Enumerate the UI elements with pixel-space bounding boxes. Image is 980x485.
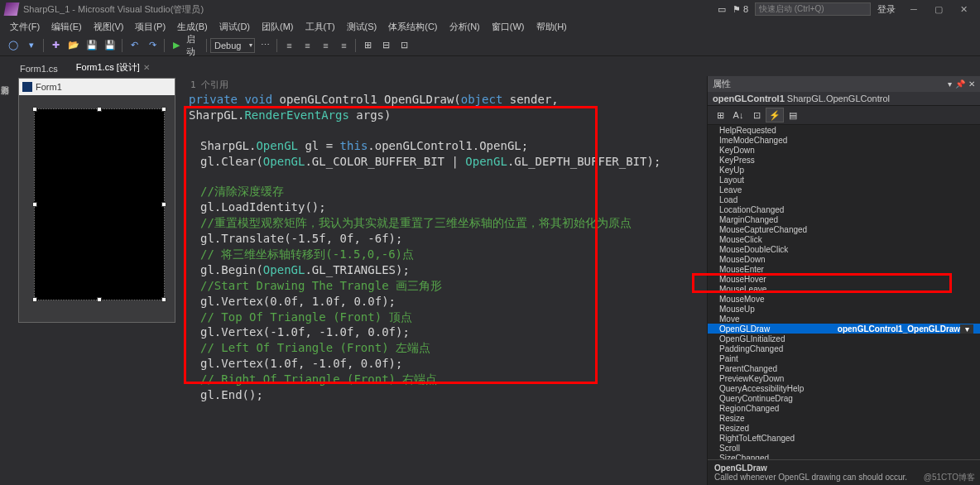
event-row[interactable]: LocationChanged [708, 204, 980, 214]
toolbox-strip[interactable]: 器测资彩 [0, 76, 10, 485]
event-row[interactable]: Layout [708, 175, 980, 185]
event-row[interactable]: PreviewKeyDown [708, 373, 980, 383]
event-row[interactable]: MouseEnter [708, 264, 980, 274]
event-row[interactable]: OpenGLInitialized [708, 334, 980, 343]
c: .openGLControl1.OpenGL; [368, 139, 528, 152]
menu-window[interactable]: 窗口(W) [487, 19, 530, 35]
menu-edit[interactable]: 编辑(E) [46, 19, 87, 35]
indent-more-icon[interactable]: ≡ [299, 37, 315, 54]
event-row[interactable]: QueryAccessibilityHelp [708, 383, 980, 393]
menu-test[interactable]: 测试(S) [342, 19, 382, 35]
event-row[interactable]: Move [708, 314, 980, 324]
event-handler-value[interactable]: openGLControl1_OpenGLDraw [838, 324, 960, 334]
event-row[interactable]: MouseDoubleClick [708, 244, 980, 254]
signin-link[interactable]: 登录 [877, 3, 896, 16]
event-row[interactable]: PaddingChanged [708, 343, 980, 353]
categorized-icon[interactable]: ⊞ [711, 108, 729, 122]
event-row[interactable]: MouseDown [708, 254, 980, 264]
close-panel-icon[interactable]: ✕ [968, 79, 975, 89]
indent-less-icon[interactable]: ≡ [281, 37, 297, 54]
comment-icon[interactable]: ≡ [317, 37, 334, 54]
event-row[interactable]: RightToLeftChanged [708, 433, 980, 443]
events-list[interactable]: HelpRequestedImeModeChangedKeyDownKeyPre… [708, 125, 980, 459]
alphabetical-icon[interactable]: A↓ [729, 108, 747, 122]
opengl-control[interactable] [34, 108, 165, 300]
event-row[interactable]: MarginChanged [708, 214, 980, 224]
event-row[interactable]: MouseLeave [708, 284, 980, 294]
event-row[interactable]: ImeModeChanged [708, 135, 980, 145]
propertypages-icon[interactable]: ▤ [784, 108, 802, 122]
form-designer[interactable]: Form1 [18, 78, 175, 323]
events-icon[interactable]: ⚡ [766, 108, 784, 122]
event-row[interactable]: MouseMove [708, 294, 980, 304]
event-row[interactable]: RegionChanged [708, 403, 980, 413]
saveall-icon[interactable]: 💾 [102, 37, 118, 54]
event-name: MouseDown [714, 255, 838, 264]
dropdown-icon[interactable]: ▾ [948, 79, 952, 89]
reference-count: 1 个引用 [189, 79, 700, 92]
event-row[interactable]: Load [708, 194, 980, 204]
uncomment-icon[interactable]: ≡ [335, 37, 352, 54]
event-row[interactable]: HelpRequested [708, 125, 980, 135]
close-icon[interactable]: ✕ [143, 63, 150, 72]
align-icon[interactable]: ⊞ [359, 37, 376, 54]
maximize-button[interactable]: ▢ [927, 2, 950, 17]
event-row[interactable]: ParentChanged [708, 363, 980, 373]
quick-launch-input[interactable]: 快速启动 (Ctrl+Q) [755, 2, 871, 16]
properties-icon[interactable]: ⊡ [747, 108, 766, 122]
feedback-icon[interactable]: ▭ [718, 4, 726, 15]
save-icon[interactable]: 💾 [84, 37, 100, 54]
properties-object-selector[interactable]: openGLControl1 SharpGL.OpenGLControl [708, 92, 980, 106]
menu-arch[interactable]: 体系结构(C) [383, 19, 442, 35]
menu-debug[interactable]: 调试(D) [214, 19, 255, 35]
align3-icon[interactable]: ⊡ [396, 37, 412, 54]
start-icon[interactable]: ▶ [168, 37, 185, 54]
event-row[interactable]: Paint [708, 353, 980, 363]
properties-title: 属性 [713, 78, 731, 90]
event-row[interactable]: QueryContinueDrag [708, 393, 980, 403]
back-icon[interactable]: ◯ [5, 37, 22, 54]
config-dropdown[interactable]: Debug [210, 38, 255, 53]
redo-icon[interactable]: ↷ [144, 37, 161, 54]
new-icon[interactable]: ✚ [47, 37, 64, 54]
event-row[interactable]: Leave [708, 185, 980, 194]
event-row[interactable]: MouseClick [708, 234, 980, 244]
chevron-down-icon[interactable]: ▾ [960, 324, 973, 334]
event-row[interactable]: MouseHover [708, 274, 980, 284]
window-title: SharpGL_1 - Microsoft Visual Studio(管理员) [23, 3, 204, 16]
event-row[interactable]: Scroll [708, 443, 980, 453]
menu-project[interactable]: 项目(P) [130, 19, 171, 35]
tab-form1-design[interactable]: Form1.cs [设计]✕ [68, 58, 158, 76]
tab-form1-cs[interactable]: Form1.cs [12, 60, 66, 76]
align2-icon[interactable]: ⊟ [377, 37, 394, 54]
event-row[interactable]: MouseCaptureChanged [708, 224, 980, 234]
event-row[interactable]: KeyPress [708, 155, 980, 165]
start-dropdown[interactable]: 启动 [186, 37, 203, 54]
event-name: Leave [714, 185, 838, 194]
notification-icon[interactable]: ⚑ 8 [733, 4, 748, 15]
menu-file[interactable]: 文件(F) [5, 19, 45, 35]
menu-analyze[interactable]: 分析(N) [444, 19, 485, 35]
event-row[interactable]: KeyDown [708, 145, 980, 155]
menu-view[interactable]: 视图(V) [89, 19, 129, 35]
event-row[interactable]: MouseUp [708, 304, 980, 314]
close-button[interactable]: ✕ [952, 2, 975, 17]
event-row[interactable]: Resized [708, 423, 980, 433]
event-row[interactable]: SizeChanged [708, 453, 980, 459]
forward-icon[interactable]: ▾ [23, 37, 40, 54]
event-row[interactable]: KeyUp [708, 165, 980, 175]
event-row[interactable]: Resize [708, 413, 980, 423]
tb-extra-icon[interactable]: ⋯ [257, 37, 273, 54]
undo-icon[interactable]: ↶ [126, 37, 142, 54]
menu-tools[interactable]: 工具(T) [300, 19, 340, 35]
code-editor[interactable]: 1 个引用 private void openGLControl1_OpenGL… [185, 76, 704, 483]
menu-help[interactable]: 帮助(H) [531, 19, 572, 35]
event-name: ImeModeChanged [714, 136, 838, 145]
minimize-button[interactable]: ─ [902, 2, 925, 17]
menu-team[interactable]: 团队(M) [257, 19, 299, 35]
event-name: OpenGLInitialized [714, 334, 838, 343]
event-name: KeyPress [714, 156, 838, 165]
open-icon[interactable]: 📂 [65, 37, 82, 54]
event-row[interactable]: OpenGLDrawopenGLControl1_OpenGLDraw▾ [708, 324, 980, 334]
pin-icon[interactable]: 📌 [955, 79, 965, 89]
